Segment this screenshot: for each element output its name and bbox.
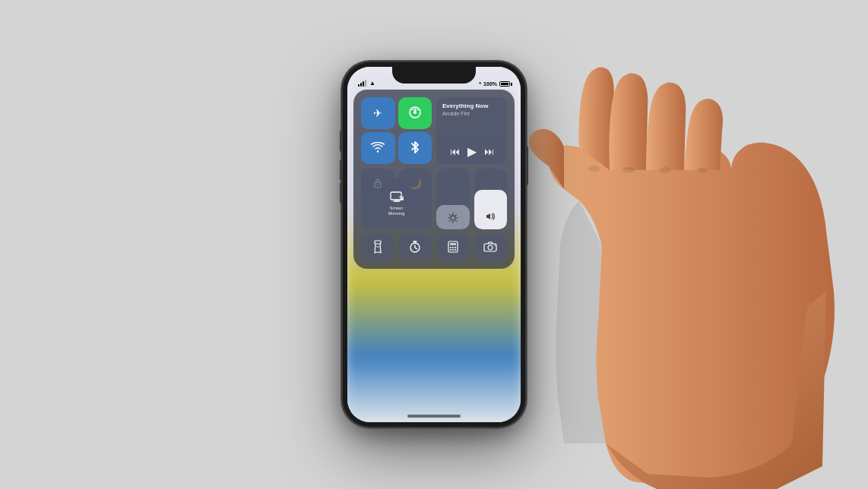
status-left: ▲: [358, 80, 375, 87]
wifi-icon-btn: [371, 142, 385, 154]
screen-mirroring-icon: [390, 191, 404, 204]
screen-mirroring-label: ScreenMirroring: [388, 206, 405, 216]
wifi-icon: ▲: [369, 80, 375, 87]
previous-track-button[interactable]: ⏮: [450, 146, 460, 157]
iphone-x-frame: ▲ * 100%: [343, 62, 525, 427]
calculator-icon: [448, 241, 458, 255]
svg-line-13: [449, 220, 450, 221]
notch: [392, 67, 476, 84]
svg-rect-14: [391, 192, 401, 200]
svg-point-24: [452, 249, 454, 251]
phone-wrapper: ▲ * 100%: [343, 62, 525, 427]
now-playing-card: Everything Now Arcade Fire ⏮ ▶ ⏭: [436, 97, 507, 164]
signal-icon: [358, 80, 366, 87]
svg-point-20: [450, 247, 451, 248]
svg-point-29: [588, 166, 600, 172]
screen: ▲ * 100%: [347, 67, 521, 422]
volume-icon: [485, 211, 496, 225]
cc-top-row: ✈: [361, 97, 507, 164]
svg-point-23: [450, 249, 451, 251]
svg-point-30: [622, 167, 635, 173]
svg-point-1: [413, 111, 417, 114]
svg-point-2: [377, 150, 379, 152]
screen-mirroring-button[interactable]: ScreenMirroring: [361, 178, 432, 229]
svg-point-21: [452, 247, 454, 248]
brightness-icon: [448, 213, 458, 225]
cellular-button[interactable]: [398, 97, 432, 129]
svg-point-32: [697, 168, 708, 173]
airplane-mode-button[interactable]: ✈: [361, 97, 395, 129]
svg-point-27: [488, 245, 493, 250]
svg-point-31: [659, 167, 671, 173]
airplane-icon: ✈: [373, 108, 382, 118]
flashlight-icon: [374, 240, 382, 256]
volume-slider[interactable]: [474, 169, 508, 229]
svg-line-10: [449, 214, 450, 215]
battery-icon: [499, 81, 510, 87]
svg-line-11: [455, 220, 456, 221]
next-track-button[interactable]: ⏭: [484, 146, 494, 157]
flashlight-button[interactable]: [361, 234, 394, 261]
svg-rect-15: [375, 241, 381, 244]
svg-line-12: [455, 214, 456, 215]
now-playing-info: Everything Now Arcade Fire: [442, 103, 501, 116]
brightness-slider[interactable]: [436, 169, 470, 229]
svg-point-22: [455, 247, 456, 248]
connectivity-grid: ✈: [361, 97, 432, 164]
timer-icon: [409, 241, 421, 255]
status-right: * 100%: [479, 81, 510, 87]
home-indicator: [407, 415, 461, 418]
cc-bottom-row: [361, 234, 507, 261]
svg-point-5: [451, 216, 455, 220]
battery-percent: 100%: [483, 81, 497, 87]
control-center: ✈: [353, 90, 515, 269]
bluetooth-button[interactable]: [398, 132, 432, 164]
scene: ▲ * 100%: [0, 0, 868, 489]
camera-button[interactable]: [474, 234, 508, 261]
now-playing-artist: Arcade Fire: [442, 111, 501, 116]
now-playing-title: Everything Now: [442, 103, 501, 110]
camera-icon: [483, 241, 497, 254]
play-pause-button[interactable]: ▶: [467, 144, 477, 159]
bluetooth-icon: *: [479, 81, 481, 87]
svg-rect-19: [450, 243, 456, 245]
now-playing-controls: ⏮ ▶ ⏭: [442, 144, 501, 159]
svg-point-28: [494, 244, 496, 246]
calculator-button[interactable]: [436, 234, 470, 261]
cellular-icon: [408, 106, 422, 121]
timer-button[interactable]: [399, 234, 432, 261]
svg-point-25: [455, 249, 456, 251]
bluetooth-icon-btn: [410, 140, 420, 156]
wifi-button[interactable]: [361, 132, 395, 164]
